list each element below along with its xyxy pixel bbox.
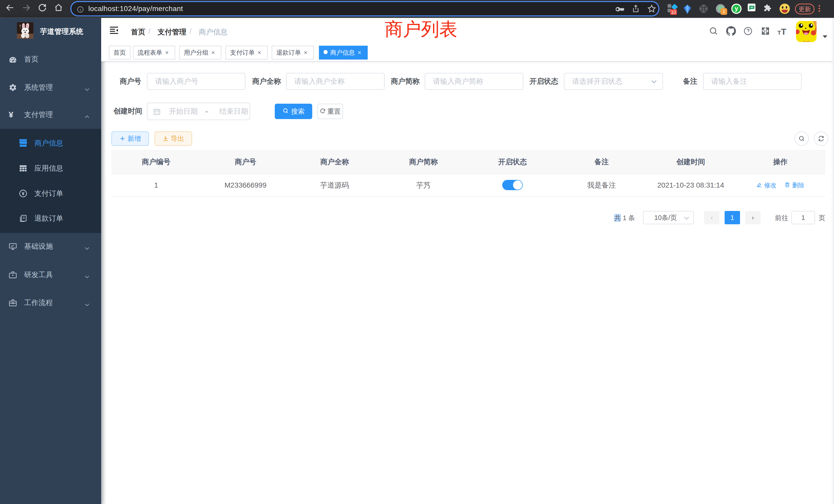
svg-text:10: 10: [671, 10, 676, 15]
